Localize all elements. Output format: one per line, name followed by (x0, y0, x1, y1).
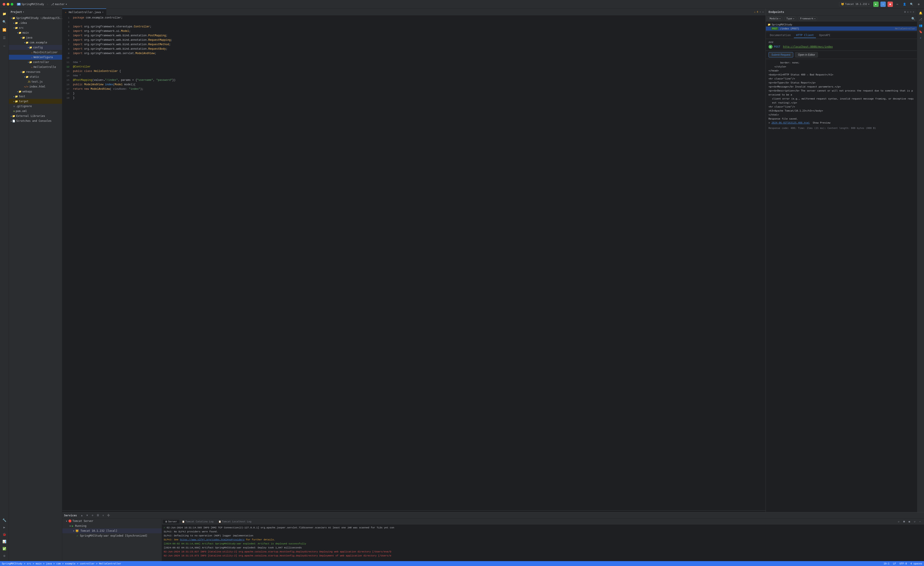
log-refresh-btn[interactable]: ↺ (896, 519, 901, 524)
services-up-btn[interactable]: ▲ (80, 513, 84, 518)
tree-item-webconfig[interactable]: ☕ WebConfigura (9, 55, 62, 60)
tree-item-controller[interactable]: ▾📁 controller (9, 60, 62, 65)
indent[interactable]: 4 spaces (910, 562, 922, 565)
user-icon[interactable]: 👤 (902, 2, 907, 7)
stop-button[interactable]: ■ (888, 2, 893, 7)
run-button[interactable]: ▶ (873, 2, 879, 7)
project-tree: ▾📁 SpringMVCStudy ~/Desktop/CS... ▸📁 .id… (9, 16, 62, 561)
endpoint-search-button[interactable]: 🔍 (911, 17, 915, 21)
sidebar-item-more[interactable]: ⋯ (1, 42, 8, 50)
endpoints-sidebar-icon[interactable]: ⚡ (918, 35, 923, 41)
close-button[interactable] (3, 3, 5, 6)
tree-item-static[interactable]: ▾📁 static (9, 74, 62, 79)
tree-item-idea[interactable]: ▸📁 .idea (9, 21, 62, 26)
sidebar-item-todo[interactable]: ✅ (1, 545, 8, 552)
code-editor[interactable]: 1 2 3 4 5 6 7 8 9 10 11 12 13 14 (62, 16, 766, 510)
sidebar-item-project[interactable]: 📁 (1, 10, 8, 17)
endpoint-item[interactable]: POST /index [POST] HelloController (766, 27, 917, 31)
sidebar-item-settings[interactable]: ⚙ (1, 552, 8, 559)
framework-filter[interactable]: Framework ▾ (798, 17, 818, 21)
slf4j-link[interactable]: https://www.slf4j.org/codes.html#noProvi… (180, 538, 244, 541)
tree-item-pomxml[interactable]: m pom.xml (9, 108, 62, 114)
tree-item-gitignore[interactable]: ⚙ .gitignore (9, 104, 62, 108)
layout-icon[interactable]: ⊞ (904, 11, 906, 14)
more-button[interactable]: ⋯ (895, 2, 900, 7)
tree-item-hellocontroller[interactable]: ☕ HelloControlle (9, 65, 62, 69)
tree-item-target[interactable]: ▸📁 target (9, 99, 62, 104)
tree-item-indexhtml[interactable]: </> index.html (9, 84, 62, 89)
service-item-tomcat-instance[interactable]: ▾ 🐱 Tomcat 10.1.232 [local] (62, 528, 162, 533)
tab-close-button[interactable]: × (102, 11, 104, 14)
endpoints-more-icon[interactable]: ⋯ (910, 11, 912, 14)
tab-hellocontroller[interactable]: ☕ HelloController.java × (62, 9, 106, 15)
run-config[interactable]: 🐱 Tomcat 10.1.232 ▾ (839, 2, 872, 6)
maximize-button[interactable] (10, 3, 14, 6)
sidebar-item-run[interactable]: ▶ (1, 524, 8, 531)
line-ending[interactable]: LF (893, 562, 896, 565)
close-panel-icon[interactable]: ✕ (913, 11, 914, 14)
tree-item-webapp[interactable]: ▸📁 webapp (9, 89, 62, 94)
log-stop-btn[interactable]: ⏹ (902, 519, 906, 524)
services-down-btn[interactable]: ▼ (85, 513, 89, 518)
services-list-btn[interactable]: ☰ (96, 513, 100, 518)
service-item-running[interactable]: ▾ ▶ Running (62, 524, 162, 528)
encoding[interactable]: UTF-8 (900, 562, 907, 565)
tree-item-java[interactable]: ▾📁 java (9, 35, 62, 40)
settings-button[interactable]: ⚙ (916, 2, 921, 7)
tree-item-scratches[interactable]: ▸📄 Scratches and Consoles (9, 119, 62, 123)
bookmarks-icon[interactable]: 🔖 (918, 29, 923, 34)
run-request-button[interactable]: ▶ (768, 45, 772, 49)
minimize-button[interactable] (7, 3, 9, 6)
sidebar-item-structure[interactable]: ☰ (1, 34, 8, 41)
service-item-war[interactable]: ✓ SpringMVCStudy:war exploded [Synchroni… (62, 533, 162, 538)
vcs-icon[interactable]: ⎇ (918, 17, 923, 22)
tree-item-maininitializer[interactable]: ☕ MainInitializer (9, 50, 62, 55)
tree-item-config[interactable]: ▾📁 config (9, 45, 62, 50)
branch-selector[interactable]: ⎇ master ▾ (51, 3, 67, 6)
sidebar-item-services[interactable]: 🔧 (1, 516, 8, 524)
bottom-area: Services ▲ ▼ ⚙ ☰ ↕ ➕ ▾ 🔴 To (62, 512, 924, 561)
expand-icon[interactable]: ↕ (907, 11, 909, 14)
update-button[interactable]: ↑ (880, 2, 886, 7)
editor-scrollbar[interactable] (62, 510, 766, 512)
type-filter[interactable]: Type ▾ (784, 17, 796, 21)
tree-item-src[interactable]: ▾📁 src (9, 26, 62, 30)
tab-documentation[interactable]: Documentation (768, 33, 793, 38)
line-col[interactable]: 19:1 (884, 562, 890, 565)
log-tab-server[interactable]: 🖥 Server (163, 520, 179, 524)
more-icon[interactable]: ⋯ (762, 11, 764, 14)
log-clear-btn[interactable]: ■ (907, 519, 912, 524)
service-item-tomcat-server[interactable]: ▾ 🔴 Tomcat Server (62, 519, 162, 524)
notifications-icon[interactable]: 🔔 (918, 10, 923, 16)
submit-request-button[interactable]: Submit Request (768, 52, 793, 57)
module-filter[interactable]: Module ▾ (768, 17, 783, 21)
tree-item-comexample[interactable]: ▾📁 com.example (9, 40, 62, 45)
log-more-btn[interactable]: ⋯ (918, 519, 922, 524)
log-tab-catalina[interactable]: 📋 Tomcat Catalina Log (180, 520, 216, 524)
search-button[interactable]: 🔍 (909, 2, 914, 7)
tree-item-external-libs[interactable]: ▸📁 External Libraries (9, 114, 62, 119)
log-restart-btn[interactable]: ↺ (912, 519, 917, 524)
tree-item-test[interactable]: ▸📁 test (9, 94, 62, 99)
sidebar-item-profiler[interactable]: 📊 (1, 538, 8, 545)
services-expand-btn[interactable]: ↕ (101, 513, 105, 518)
tree-item-main[interactable]: ▾📁 main (9, 30, 62, 35)
tree-item-resources[interactable]: ▾📁 resources (9, 69, 62, 74)
response-file-link[interactable]: > 2024-06-02T163125.408.html Show Previe… (768, 121, 914, 125)
response-line: </style> (768, 65, 914, 69)
sidebar-item-search[interactable]: 🔍 (1, 18, 8, 26)
sidebar-item-vcs[interactable]: 🔀 (1, 26, 8, 33)
project-name[interactable]: SM SpringMVCStudy (17, 3, 44, 6)
tab-openapi[interactable]: OpenAPI (817, 33, 832, 38)
services-add-btn[interactable]: ➕ (106, 513, 111, 518)
team-icon[interactable]: 👥 (918, 23, 923, 28)
services-filter-btn[interactable]: ⚙ (90, 513, 95, 518)
tab-http-client[interactable]: HTTP Client (794, 33, 816, 38)
code-content[interactable]: package com.example.controller; import o… (71, 16, 766, 510)
tree-item-testjs[interactable]: JS test.js (9, 79, 62, 84)
sidebar-item-debug[interactable]: 🐞 (1, 531, 8, 538)
localhost-tab-label: Tomcat Localhost Log (222, 520, 251, 523)
tree-item-root[interactable]: ▾📁 SpringMVCStudy ~/Desktop/CS... (9, 16, 62, 21)
log-tab-localhost[interactable]: 📋 Tomcat Localhost Log (216, 520, 254, 524)
open-in-editor-button[interactable]: Open in Editor (795, 52, 818, 57)
